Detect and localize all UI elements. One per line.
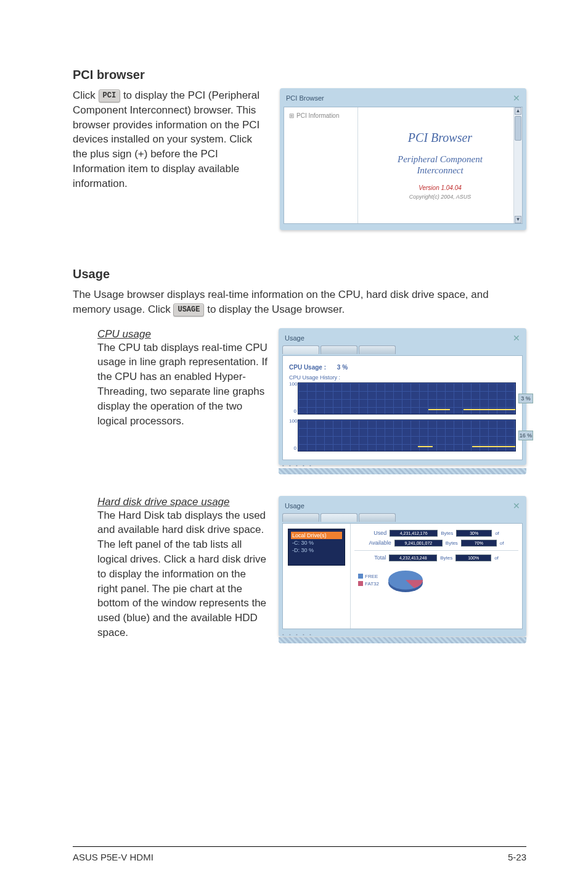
cpu-usage-subtitle: CPU usage xyxy=(97,328,267,340)
pci-subline2: Interconnect xyxy=(417,165,463,176)
pci-button-icon: PCI xyxy=(99,89,121,102)
hdd-usage-subtitle: Hard disk drive space usage xyxy=(97,496,267,508)
tab-cpu xyxy=(282,345,319,354)
pci-heading: PCI Browser xyxy=(408,131,472,145)
cpu-usage-body: The CPU tab displays real-time CPU usage… xyxy=(97,340,267,429)
axis-tick-0: 0 xyxy=(289,408,296,414)
pci-section-title: PCI browser xyxy=(73,68,526,82)
total-unit: Bytes xyxy=(440,555,452,561)
legend-free-icon xyxy=(358,574,363,579)
avail-pct: 70% xyxy=(461,540,497,547)
pie-legend: FREE FAT32 xyxy=(358,573,379,588)
total-pct-unit: of xyxy=(494,555,499,561)
cpu-window-title: Usage xyxy=(285,334,304,342)
usage-intro-after: to display the Usage browser. xyxy=(204,303,345,315)
drive-list: Local Drive(s) -C: 30 % -D: 30 % xyxy=(288,529,345,566)
close-icon: ✕ xyxy=(513,333,520,343)
scroll-down-icon: ▼ xyxy=(515,216,521,223)
used-bar: 4,231,412,176 xyxy=(390,530,438,537)
used-pct-unit: of xyxy=(495,530,499,536)
axis-tick-0b: 0 xyxy=(289,445,296,451)
cpu-pct-2: 16 % xyxy=(518,431,533,440)
resize-dots: • • • • • xyxy=(282,463,523,468)
tab-cpu xyxy=(282,513,319,522)
cpu-pct-1: 3 % xyxy=(518,394,533,403)
cpu-graph-1 xyxy=(298,382,516,415)
avail-pct-unit: of xyxy=(500,540,504,546)
footer-left: ASUS P5E-V HDMI xyxy=(73,852,153,862)
used-pct: 30% xyxy=(456,530,492,537)
window-hatch xyxy=(279,468,526,474)
pci-browser-screenshot: PCI Browser ✕ ⊞ PCI Information PCI Brow… xyxy=(280,88,526,230)
close-icon: ✕ xyxy=(513,501,520,511)
pci-version: Version 1.04.04 xyxy=(419,184,462,191)
avail-label: Available xyxy=(369,540,391,546)
drive-c: -C: 30 % xyxy=(291,539,342,547)
tab-hdd xyxy=(321,513,357,522)
total-pct: 100% xyxy=(455,555,491,561)
cpu-usage-label: CPU Usage : xyxy=(289,364,326,371)
tab-hdd xyxy=(321,345,357,354)
legend-free: FREE xyxy=(365,574,378,579)
resize-dots: • • • • • xyxy=(282,632,523,637)
usage-button-icon: USAGE xyxy=(173,303,204,316)
total-bar: 4,232,413,248 xyxy=(389,555,437,561)
legend-format: FAT32 xyxy=(365,581,379,587)
axis-tick-100b: 100 xyxy=(289,418,296,424)
cpu-history-label: CPU Usage History : xyxy=(289,374,516,381)
used-unit: Bytes xyxy=(441,530,453,536)
scroll-up-icon: ▲ xyxy=(515,107,521,115)
close-icon: ✕ xyxy=(513,93,520,103)
tab-mem xyxy=(359,345,396,354)
tree-root-item: ⊞ PCI Information xyxy=(289,112,353,119)
window-hatch xyxy=(279,637,526,643)
axis-tick-100: 100 xyxy=(289,381,296,387)
scroll-thumb xyxy=(515,116,521,141)
cpu-usage-value: 3 % xyxy=(337,364,348,371)
hdd-window-title: Usage xyxy=(285,502,304,510)
drive-list-header: Local Drive(s) xyxy=(291,532,342,539)
pie-chart xyxy=(384,565,427,596)
drive-d: -D: 30 % xyxy=(291,547,342,554)
legend-used-icon xyxy=(358,581,363,586)
pci-text-after: to display the PCI (Peripheral Component… xyxy=(73,89,259,189)
usage-intro: The Usage browser displays real-time inf… xyxy=(73,287,526,317)
pci-window-title: PCI Browser xyxy=(286,94,324,102)
plus-icon: ⊞ xyxy=(289,112,294,119)
used-label: Used xyxy=(374,530,386,536)
avail-unit: Bytes xyxy=(446,540,458,546)
tree-root-label: PCI Information xyxy=(296,112,339,119)
footer-right: 5-23 xyxy=(508,852,526,862)
scrollbar: ▲ ▼ xyxy=(513,107,522,223)
hdd-usage-body: The Hard Disk tab displays the used and … xyxy=(97,508,267,640)
pci-copyright: Copyright(c) 2004, ASUS xyxy=(409,194,472,200)
hdd-usage-screenshot: Usage ✕ Local Drive(s) -C: 30 % -D: 30 % xyxy=(279,496,526,637)
avail-bar: 9,241,001,072 xyxy=(394,540,443,547)
cpu-graph-2 xyxy=(298,419,516,452)
pci-subline1: Peripheral Component xyxy=(398,154,483,165)
pci-paragraph: Click PCI to display the PCI (Peripheral… xyxy=(73,88,269,191)
cpu-usage-screenshot: Usage ✕ CPU Usage : 3 % CPU Usage Histor… xyxy=(279,328,526,465)
tab-mem xyxy=(359,513,396,522)
total-label: Total xyxy=(374,555,386,561)
pci-text-before: Click xyxy=(73,89,99,101)
usage-section-title: Usage xyxy=(73,267,526,281)
